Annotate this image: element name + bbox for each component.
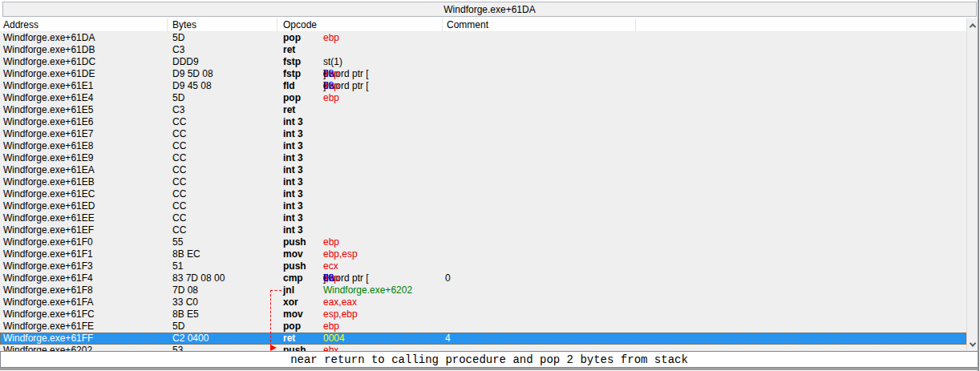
address-cell: Windforge.exe+61F8 — [3, 284, 93, 296]
mnemonic-cell: fstp — [283, 68, 301, 80]
disasm-row[interactable]: Windforge.exe+61DBC3ret — [0, 44, 966, 56]
disasm-row[interactable]: Windforge.exe+61EDCCint 3 — [0, 200, 966, 212]
bytes-cell: 51 — [172, 260, 183, 272]
disasm-row[interactable]: Windforge.exe+61ECCCint 3 — [0, 188, 966, 200]
column-header-opcode[interactable]: Opcode — [283, 19, 317, 30]
mnemonic-cell: push — [283, 345, 306, 351]
mnemonic-cell: int 3 — [283, 188, 303, 200]
bytes-cell: CC — [172, 140, 186, 152]
disasm-row[interactable]: Windforge.exe+61DED9 5D 08fstpdword ptr … — [0, 68, 966, 80]
operand-segment: esp,ebp — [323, 308, 358, 321]
bytes-cell: 5D — [172, 92, 184, 104]
column-separator[interactable] — [635, 18, 636, 32]
bytes-cell: 5D — [172, 32, 184, 44]
disasm-row[interactable]: Windforge.exe+61E5C3ret — [0, 104, 966, 116]
address-cell: Windforge.exe+61EF — [3, 224, 94, 236]
address-cell: Windforge.exe+61ED — [3, 200, 95, 212]
operand-segment: ] — [323, 80, 326, 92]
bytes-cell: CC — [172, 116, 186, 128]
address-cell: Windforge.exe+61E4 — [3, 92, 93, 104]
disasm-row[interactable]: Windforge.exe+61F483 7D 08 00cmpdword pt… — [0, 272, 966, 284]
address-cell: Windforge.exe+61E1 — [3, 80, 93, 92]
column-separator[interactable] — [277, 18, 277, 32]
mnemonic-cell: int 3 — [283, 140, 303, 152]
bytes-cell: DDD9 — [172, 56, 199, 68]
address-cell: Windforge.exe+61DC — [3, 56, 95, 68]
bytes-cell: D9 5D 08 — [172, 68, 213, 80]
jump-line — [270, 290, 271, 350]
address-cell: Windforge.exe+61F1 — [3, 248, 93, 260]
disasm-row[interactable]: Windforge.exe+61E6CCint 3 — [0, 116, 966, 128]
vertical-scrollbar[interactable] — [966, 18, 978, 351]
disasm-row[interactable]: Windforge.exe+61DA5Dpopebp — [0, 32, 966, 44]
disasm-row[interactable]: Windforge.exe+620253pushebx — [0, 345, 966, 351]
address-cell: Windforge.exe+61F3 — [3, 260, 93, 272]
operand-segment: ebx — [323, 345, 338, 351]
column-header-comment[interactable]: Comment — [447, 19, 488, 30]
bytes-cell: CC — [172, 188, 186, 200]
address-cell: Windforge.exe+61DB — [3, 44, 95, 56]
mnemonic-cell: push — [283, 236, 306, 248]
disasm-row[interactable]: Windforge.exe+61F87D 08jnlWindforge.exe+… — [0, 284, 966, 296]
bytes-cell: CC — [172, 176, 186, 188]
mnemonic-cell: int 3 — [283, 200, 303, 212]
mnemonic-cell: jnl — [283, 284, 294, 296]
scroll-down-button[interactable] — [967, 337, 978, 351]
operand-segment: ebp,esp — [323, 248, 358, 260]
disasm-row[interactable]: Windforge.exe+61E7CCint 3 — [0, 128, 966, 140]
address-cell: Windforge.exe+61FC — [3, 308, 95, 321]
address-cell: Windforge.exe+61EC — [3, 188, 95, 200]
mnemonic-cell: pop — [283, 32, 301, 44]
mnemonic-cell: int 3 — [283, 116, 303, 128]
disasm-row[interactable]: Windforge.exe+61EFCCint 3 — [0, 224, 966, 236]
comment-cell: 0 — [445, 272, 451, 284]
operand-segment: 00 — [323, 272, 334, 284]
column-header-bytes[interactable]: Bytes — [172, 19, 196, 30]
operand-segment: ecx — [323, 260, 338, 272]
mnemonic-cell: ret — [283, 333, 295, 345]
disasm-row[interactable]: Windforge.exe+61F18B ECmovebp,esp — [0, 248, 966, 260]
disasm-row[interactable]: Windforge.exe+61FFC2 0400ret00044 — [0, 333, 966, 345]
address-cell: Windforge.exe+61E5 — [3, 104, 93, 116]
disasm-row[interactable]: Windforge.exe+61FA33 C0xoreax,eax — [0, 296, 966, 308]
address-cell: Windforge.exe+61DE — [3, 68, 95, 80]
mnemonic-cell: int 3 — [283, 152, 303, 164]
operand-segment: ebp — [323, 236, 339, 248]
disasm-row[interactable]: Windforge.exe+61E1D9 45 08flddword ptr [… — [0, 80, 966, 92]
column-separator[interactable] — [167, 18, 168, 32]
operand-segment: st(1) — [323, 56, 342, 68]
disasm-row[interactable]: Windforge.exe+61FE5Dpopebp — [0, 321, 966, 333]
disasm-row[interactable]: Windforge.exe+61E8CCint 3 — [0, 140, 966, 152]
column-header-address[interactable]: Address — [3, 19, 38, 30]
chevron-down-icon — [970, 340, 976, 346]
column-separator[interactable] — [442, 18, 443, 32]
bytes-cell: C3 — [172, 44, 184, 56]
disasm-row[interactable]: Windforge.exe+61E45Dpopebp — [0, 92, 966, 104]
disasm-row[interactable]: Windforge.exe+61E9CCint 3 — [0, 152, 966, 164]
address-cell: Windforge.exe+61E7 — [3, 128, 93, 140]
bytes-cell: CC — [172, 128, 186, 140]
disasm-row[interactable]: Windforge.exe+61DCDDD9fstpst(1) — [0, 56, 966, 68]
address-cell: Windforge.exe+61E9 — [3, 152, 93, 164]
disasm-row[interactable]: Windforge.exe+61FC8B E5movesp,ebp — [0, 308, 966, 321]
bytes-cell: C3 — [172, 104, 184, 116]
mnemonic-cell: fld — [283, 80, 295, 92]
disasm-row[interactable]: Windforge.exe+61EBCCint 3 — [0, 176, 966, 188]
scroll-up-button[interactable] — [967, 18, 978, 32]
bytes-cell: 33 C0 — [172, 296, 198, 308]
mnemonic-cell: ret — [283, 104, 295, 116]
disasm-row[interactable]: Windforge.exe+61F055pushebp — [0, 236, 966, 248]
bytes-cell: CC — [172, 212, 186, 224]
address-cell: Windforge.exe+61E6 — [3, 116, 93, 128]
disassembly-list: Windforge.exe+61DA5DpopebpWindforge.exe+… — [0, 32, 966, 351]
window-bottom-edge — [0, 368, 978, 370]
address-cell: Windforge.exe+61EE — [3, 212, 95, 224]
operand-segment: ebp — [323, 321, 339, 333]
disasm-row[interactable]: Windforge.exe+61EACCint 3 — [0, 164, 966, 176]
disasm-row[interactable]: Windforge.exe+61F351pushecx — [0, 260, 966, 272]
bytes-cell: 7D 08 — [172, 284, 198, 296]
bytes-cell: CC — [172, 224, 186, 236]
disasm-row[interactable]: Windforge.exe+61EECCint 3 — [0, 212, 966, 224]
bytes-cell: C2 0400 — [172, 333, 209, 345]
operand-segment: ebp — [323, 32, 339, 44]
